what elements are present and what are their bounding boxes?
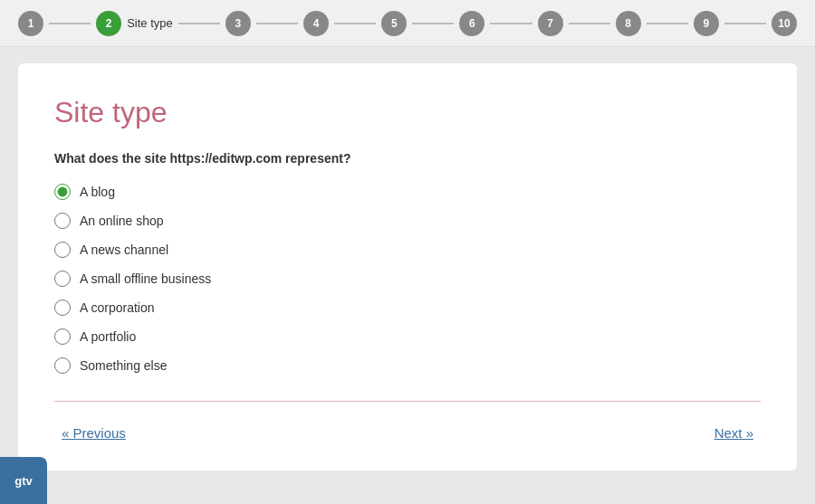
step-1: 1 bbox=[18, 11, 43, 36]
option-news[interactable]: A news channel bbox=[54, 242, 761, 258]
step-line-3-4 bbox=[256, 23, 298, 24]
radio-corp[interactable] bbox=[54, 300, 71, 316]
label-other: Something else bbox=[80, 358, 168, 373]
step-5: 5 bbox=[381, 11, 407, 36]
step-line-9-10 bbox=[724, 23, 766, 24]
step-2: 2 Site type bbox=[96, 11, 173, 36]
gtv-logo: gtv bbox=[0, 457, 47, 504]
step-line-8-9 bbox=[647, 23, 688, 24]
step-circle-6: 6 bbox=[459, 11, 484, 36]
step-3: 3 bbox=[225, 11, 251, 36]
radio-offline[interactable] bbox=[54, 271, 71, 287]
step-10: 10 bbox=[772, 11, 797, 36]
step-line-7-8 bbox=[569, 23, 610, 24]
option-blog[interactable]: A blog bbox=[54, 184, 761, 200]
option-offline[interactable]: A small offline business bbox=[54, 271, 761, 287]
step-circle-2: 2 bbox=[96, 11, 121, 36]
step-line-5-6 bbox=[412, 23, 454, 24]
previous-button[interactable]: « Previous bbox=[54, 420, 133, 446]
radio-shop[interactable] bbox=[54, 213, 71, 229]
step-line-6-7 bbox=[490, 23, 532, 24]
active-step-label: Site type bbox=[127, 16, 173, 30]
option-shop[interactable]: An online shop bbox=[54, 213, 761, 229]
step-line-1-2 bbox=[49, 23, 91, 24]
step-circle-5: 5 bbox=[381, 11, 407, 36]
step-circle-1: 1 bbox=[18, 11, 43, 36]
label-offline: A small offline business bbox=[80, 271, 211, 286]
step-8: 8 bbox=[616, 11, 641, 36]
step-7: 7 bbox=[538, 11, 563, 36]
radio-portfolio[interactable] bbox=[54, 328, 71, 345]
page-title: Site type bbox=[54, 96, 761, 129]
step-circle-4: 4 bbox=[303, 11, 329, 36]
option-portfolio[interactable]: A portfolio bbox=[54, 328, 761, 345]
step-line-2-3 bbox=[178, 23, 220, 24]
option-other[interactable]: Something else bbox=[54, 357, 761, 374]
radio-news[interactable] bbox=[54, 242, 71, 258]
next-button[interactable]: Next » bbox=[707, 420, 761, 446]
step-4: 4 bbox=[303, 11, 329, 36]
step-circle-10: 10 bbox=[772, 11, 797, 36]
step-circle-3: 3 bbox=[225, 11, 251, 36]
radio-blog[interactable] bbox=[54, 184, 71, 200]
step-circle-8: 8 bbox=[616, 11, 641, 36]
label-corp: A corporation bbox=[80, 300, 155, 315]
progress-bar: 1 2 Site type 3 4 5 6 7 8 9 10 bbox=[0, 0, 815, 47]
question-text: What does the site https://editwp.com re… bbox=[54, 151, 761, 166]
logo-text: gtv bbox=[14, 474, 33, 488]
site-type-options: A blog An online shop A news channel A s… bbox=[54, 184, 761, 374]
main-content: Site type What does the site https://edi… bbox=[18, 63, 797, 471]
step-circle-7: 7 bbox=[538, 11, 563, 36]
step-circle-9: 9 bbox=[694, 11, 719, 36]
section-divider bbox=[54, 401, 761, 402]
step-6: 6 bbox=[459, 11, 484, 36]
label-portfolio: A portfolio bbox=[80, 329, 136, 344]
step-line-4-5 bbox=[334, 23, 376, 24]
option-corp[interactable]: A corporation bbox=[54, 300, 761, 316]
nav-buttons: « Previous Next » bbox=[54, 420, 761, 446]
radio-other[interactable] bbox=[54, 357, 71, 374]
step-9: 9 bbox=[694, 11, 719, 36]
label-blog: A blog bbox=[80, 185, 115, 199]
label-shop: An online shop bbox=[80, 214, 164, 228]
label-news: A news channel bbox=[80, 242, 168, 257]
